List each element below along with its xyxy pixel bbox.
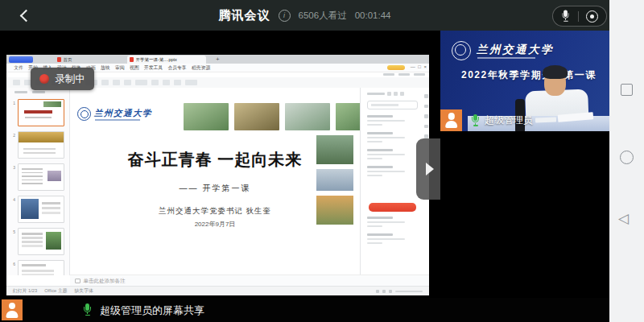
slide-date: 2022年9月7日 (102, 220, 328, 229)
thumbnail-number: 5 (10, 229, 15, 234)
view-icon (376, 290, 379, 293)
pane-side-icon (424, 125, 428, 129)
thumbnail-number: 2 (10, 133, 15, 138)
slide-speaker: 兰州交通大学党委书记 狄生奎 (102, 206, 328, 217)
toolbar-icon (101, 80, 109, 85)
panel-tab-placeholder (14, 91, 27, 93)
wps-menu-item: 开发工具 (142, 64, 166, 72)
notes-checkbox-icon (75, 279, 80, 284)
wps-tabbar: 首页 开学第一课-第....pptx + (6, 55, 429, 64)
view-icon (389, 290, 392, 293)
recording-label: 录制中 (55, 72, 85, 86)
new-tab-icon: + (216, 56, 220, 64)
person-icon (2, 299, 23, 320)
slide-thumbnail-panel: 123456 (6, 88, 70, 275)
slide-thumbnail-row: 4 (10, 196, 69, 223)
android-back-icon[interactable] (618, 212, 629, 225)
link-placeholder (398, 73, 410, 76)
thumbnail-number: 1 (10, 101, 15, 105)
campus-photo (234, 103, 279, 130)
wps-menu-item: 审阅 (113, 64, 127, 72)
pane-header-icon (394, 92, 398, 96)
slide-canvas: 兰州交通大学 奋斗正青春 一起向未来 —— 开学第一课 兰州交通大学党委书记 狄… (70, 88, 360, 275)
pane-list-item (367, 115, 415, 126)
minimize-icon: — (411, 64, 415, 69)
pane-side-icons (424, 94, 428, 138)
play-arrow-icon (426, 163, 434, 175)
notes-placeholder: 单击此处添加备注 (84, 278, 126, 285)
pane-list (361, 115, 421, 183)
toolbar-icon (174, 80, 181, 85)
slide-thumbnail (18, 163, 64, 191)
home-icon[interactable] (620, 151, 634, 164)
toolbar-icon (185, 80, 197, 85)
slide-thumbnail-row: 2 (10, 131, 69, 159)
meeting-timer: 00:01:44 (355, 10, 391, 20)
wps-menu-item: 放映 (98, 64, 113, 72)
pane-title-placeholder (367, 93, 385, 95)
wps-menu-item: 文件 (11, 64, 26, 72)
speaker-video-tile[interactable]: 兰州交通大学 2022年秋季学期开学第一课 超级管理员 (440, 31, 609, 131)
wps-menu-item: 视图 (127, 64, 142, 72)
topbar-center: 腾讯会议 i 6506人看过 00:01:44 (0, 0, 609, 31)
avatar (440, 109, 462, 131)
statusbar-right (376, 290, 423, 293)
miniprogram-capsule (552, 6, 607, 27)
wps-menu-item: 稻壳资源 (189, 64, 213, 72)
campus-photo-strip (184, 103, 360, 130)
campus-photo (285, 103, 330, 130)
university-logo-icon (452, 41, 471, 60)
maximize-icon: □ (418, 64, 421, 69)
university-logo-text: 兰州交通大学 (477, 43, 554, 57)
thumbnail-number: 6 (10, 262, 15, 266)
slide-thumbnail (18, 196, 64, 223)
panel-tabs (14, 91, 69, 93)
document-tab-label: 开学第一课-第....pptx (136, 57, 177, 63)
wps-statusbar: 幻灯片 1/23 Office 主题 缺失字体 (6, 286, 429, 295)
view-icon (382, 290, 386, 293)
notes-bar: 单击此处添加备注 (70, 275, 429, 287)
expand-video-button[interactable] (416, 138, 440, 200)
pane-side-icon (424, 134, 428, 138)
link-placeholder (414, 73, 425, 76)
pane-search-input (367, 101, 418, 109)
mic-on-icon (471, 114, 480, 127)
member-pill (387, 65, 405, 71)
logo-subtext-line (95, 119, 140, 121)
campus-photo (184, 103, 229, 130)
wps-doc-icon (130, 57, 134, 62)
pane-list-item (367, 132, 415, 142)
theme-name: Office 主题 (44, 287, 67, 295)
screen-share-view[interactable]: 首页 开学第一课-第....pptx + 文件开始插入设计切换动画放映审阅视图开… (0, 31, 440, 298)
participant-name: 超级管理员 (485, 114, 533, 127)
home-tab-label: 首页 (64, 57, 72, 63)
record-icon[interactable] (586, 10, 598, 23)
avatar (2, 299, 23, 320)
slide-thumbnail-row: 5 (10, 228, 69, 255)
phone-screen: 腾讯会议 i 6506人看过 00:01:44 首页 开学第一课-第....pp… (0, 0, 644, 322)
share-status-label: 超级管理员的屏幕共享 (100, 303, 204, 318)
pane-header-icon (387, 92, 391, 96)
paper (535, 118, 556, 123)
recording-badge: 录制中 (31, 68, 94, 90)
meeting-title: 腾讯会议 (219, 8, 270, 23)
university-logo-text: 兰州交通大学 (94, 108, 152, 119)
toolbar-icon (124, 80, 131, 85)
pane-list-item (367, 149, 415, 159)
pane-list-item (367, 217, 415, 227)
slide-thumbnail-row: 3 (10, 163, 69, 191)
wps-home-tab: 首页 (55, 56, 75, 64)
slide-thumbnail (18, 131, 64, 159)
recents-icon[interactable] (621, 84, 633, 96)
slide-title: 奋斗正青春 一起向未来 (102, 149, 328, 171)
link-placeholder (383, 73, 394, 76)
toolbar-icon (163, 80, 170, 85)
pane-list-item (367, 233, 415, 244)
android-navbar (609, 0, 644, 322)
mic-on-icon (83, 303, 92, 316)
toolbar-icon (151, 80, 159, 85)
pane-list-item (367, 166, 415, 176)
microphone-icon[interactable] (561, 10, 569, 22)
info-icon[interactable]: i (279, 10, 291, 22)
wps-logo-button (9, 56, 33, 63)
